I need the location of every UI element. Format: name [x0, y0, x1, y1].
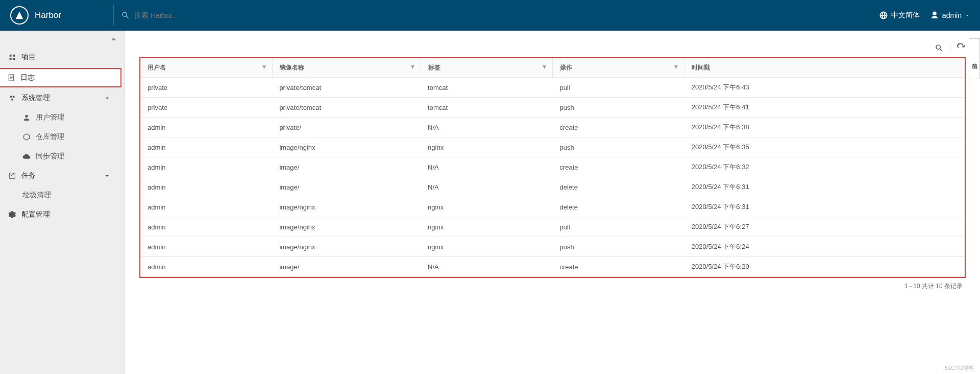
- cell-user: private: [140, 98, 272, 118]
- cell-tag: tomcat: [421, 98, 552, 118]
- sidebar-item-logs[interactable]: 日志: [0, 68, 121, 87]
- cell-user: admin: [140, 237, 272, 257]
- cell-image: image/: [272, 177, 421, 197]
- col-operation[interactable]: 操作: [552, 58, 684, 78]
- refresh-icon[interactable]: [957, 43, 966, 53]
- table-row[interactable]: adminimage/N/Acreate2020/5/24 下午6:32: [140, 157, 965, 177]
- cell-image: image/: [272, 157, 421, 177]
- svg-point-1: [13, 96, 15, 98]
- cell-user: admin: [140, 217, 272, 237]
- sidebar-item-repos[interactable]: 仓库管理: [0, 127, 125, 147]
- sidebar-item-config[interactable]: 配置管理: [0, 205, 125, 224]
- projects-icon: [8, 53, 16, 61]
- harbor-logo-icon: [10, 6, 29, 25]
- cell-op: delete: [552, 197, 684, 217]
- chevron-double-left-icon: [110, 36, 117, 43]
- cell-tag: nginx: [421, 217, 552, 237]
- user-menu[interactable]: admin: [930, 11, 970, 20]
- cell-tag: N/A: [421, 157, 552, 177]
- cell-image: private/tomcat: [272, 98, 421, 118]
- cell-ts: 2020/5/24 下午6:24: [684, 237, 965, 257]
- sidebar-item-system[interactable]: 系统管理: [0, 88, 125, 108]
- sidebar-item-label: 项目: [21, 53, 36, 62]
- sidebar-item-tasks[interactable]: 任务: [0, 166, 125, 185]
- table-row[interactable]: adminimage/nginxnginxpush2020/5/24 下午6:3…: [140, 137, 965, 157]
- sidebar-item-label: 任务: [21, 171, 36, 180]
- cell-user: admin: [140, 197, 272, 217]
- cell-ts: 2020/5/24 下午6:31: [684, 197, 965, 217]
- chevron-down-icon: [103, 172, 111, 180]
- language-label: 中文简体: [891, 11, 920, 20]
- cell-op: pull: [552, 78, 684, 98]
- cell-tag: nginx: [421, 237, 552, 257]
- filter-icon[interactable]: [673, 64, 679, 72]
- header-divider: [113, 5, 114, 26]
- svg-point-0: [10, 96, 12, 98]
- filter-icon[interactable]: [410, 64, 415, 72]
- chevron-down-icon: [965, 13, 970, 18]
- filter-icon[interactable]: [542, 64, 547, 72]
- table-row[interactable]: adminimage/N/Acreate2020/5/24 下午6:20: [140, 257, 965, 277]
- search-box[interactable]: [121, 11, 247, 20]
- cell-op: delete: [552, 177, 684, 197]
- cell-ts: 2020/5/24 下午6:32: [684, 157, 965, 177]
- cell-op: push: [552, 237, 684, 257]
- cell-image: image/nginx: [272, 197, 421, 217]
- sidebar: 项目 日志 系统管理 用户管理 仓库管理 同步管理 任务 垃圾清: [0, 31, 125, 374]
- search-input[interactable]: [134, 11, 247, 19]
- user-icon: [930, 11, 939, 20]
- cell-tag: N/A: [421, 177, 552, 197]
- table-row[interactable]: privateprivate/tomcattomcatpull2020/5/24…: [140, 78, 965, 98]
- cell-ts: 2020/5/24 下午6:41: [684, 98, 965, 118]
- table-row[interactable]: adminimage/nginxnginxpull2020/5/24 下午6:2…: [140, 217, 965, 237]
- sidebar-item-replication[interactable]: 同步管理: [0, 147, 125, 166]
- table-row[interactable]: adminimage/nginxnginxpush2020/5/24 下午6:2…: [140, 237, 965, 257]
- cell-image: image/nginx: [272, 137, 421, 157]
- cell-ts: 2020/5/24 下午6:38: [684, 118, 965, 137]
- col-timestamp[interactable]: 时间戳: [684, 58, 965, 78]
- language-switcher[interactable]: 中文简体: [879, 11, 920, 20]
- cell-ts: 2020/5/24 下午6:43: [684, 78, 965, 98]
- sidebar-item-label: 用户管理: [36, 113, 64, 122]
- table-row[interactable]: privateprivate/tomcattomcatpush2020/5/24…: [140, 98, 965, 118]
- watermark: 51CTO博客: [945, 364, 974, 372]
- search-icon[interactable]: [935, 43, 944, 53]
- sidebar-item-label: 配置管理: [21, 210, 50, 219]
- cell-user: admin: [140, 177, 272, 197]
- tasks-icon: [8, 172, 16, 180]
- logs-table: 用户名 镜像名称 标签 操作 时间戳 privateprivate/tomcat…: [139, 57, 966, 278]
- cell-user: admin: [140, 157, 272, 177]
- sidebar-item-projects[interactable]: 项目: [0, 48, 125, 67]
- table-row[interactable]: adminimage/nginxnginxdelete2020/5/24 下午6…: [140, 197, 965, 217]
- table-row[interactable]: adminimage/N/Adelete2020/5/24 下午6:31: [140, 177, 965, 197]
- col-image[interactable]: 镜像名称: [272, 58, 421, 78]
- logo-area: Harbor: [10, 6, 106, 25]
- user-label: admin: [942, 11, 962, 19]
- app-name: Harbor: [35, 10, 61, 20]
- col-tag[interactable]: 标签: [421, 58, 552, 78]
- cell-ts: 2020/5/24 下午6:20: [684, 257, 965, 277]
- sidebar-item-users[interactable]: 用户管理: [0, 108, 125, 127]
- cell-user: admin: [140, 118, 272, 137]
- sidebar-item-label: 系统管理: [21, 94, 50, 103]
- cell-tag: N/A: [421, 257, 552, 277]
- svg-point-2: [11, 99, 13, 101]
- cell-op: create: [552, 157, 684, 177]
- col-user[interactable]: 用户名: [140, 58, 272, 78]
- sidebar-collapse[interactable]: [0, 31, 125, 48]
- cell-op: push: [552, 98, 684, 118]
- system-icon: [8, 94, 16, 102]
- sidebar-item-gc[interactable]: 垃圾清理: [0, 185, 125, 205]
- users-icon: [22, 113, 31, 122]
- table-row[interactable]: adminprivate/N/Acreate2020/5/24 下午6:38: [140, 118, 965, 137]
- gear-icon: [8, 211, 16, 219]
- cell-image: private/tomcat: [272, 78, 421, 98]
- col-label: 时间戳: [692, 64, 710, 71]
- col-label: 镜像名称: [280, 64, 304, 71]
- sidebar-item-label: 同步管理: [36, 152, 64, 161]
- side-panel-tab[interactable]: 拍截: [969, 38, 980, 79]
- filter-icon[interactable]: [261, 64, 267, 72]
- cell-tag: nginx: [421, 137, 552, 157]
- col-label: 用户名: [148, 64, 166, 71]
- pagination-summary: 1 - 10 共计 10 条记录: [139, 278, 966, 292]
